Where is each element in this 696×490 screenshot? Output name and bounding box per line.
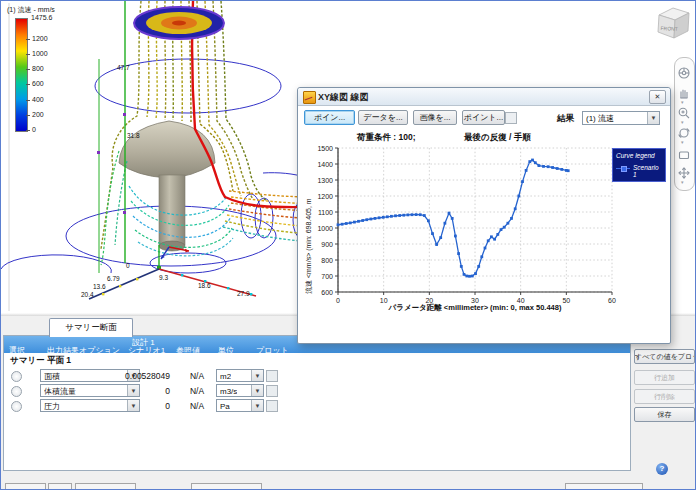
pan-hand-icon[interactable]	[677, 86, 691, 100]
cutoff-tab[interactable]	[191, 483, 262, 490]
curve-legend-title: Curve legend	[616, 152, 655, 159]
data-point	[374, 217, 377, 220]
svg-text:0: 0	[126, 262, 130, 269]
svg-text:1500: 1500	[317, 145, 333, 152]
row-plot-checkbox[interactable]	[266, 370, 278, 382]
col-reference-header: 参照値	[176, 345, 200, 356]
data-point	[451, 217, 454, 220]
steering-wheel-icon[interactable]	[677, 66, 691, 80]
row-select-radio[interactable]	[11, 386, 22, 397]
svg-text:1100: 1100	[318, 209, 333, 216]
viewcube-front-label[interactable]: FRONT	[660, 25, 678, 32]
chevron-down-icon[interactable]: ▾	[681, 140, 688, 144]
tab-summary-section[interactable]: サマリー断面	[49, 318, 133, 337]
row-select-radio[interactable]	[11, 401, 22, 412]
chevron-down-icon[interactable]: ▼	[647, 112, 659, 124]
data-point	[398, 214, 401, 217]
unit-dropdown[interactable]: m2▼	[216, 369, 264, 382]
svg-text:700: 700	[321, 273, 333, 280]
xy-toolbar-checkbox[interactable]	[505, 112, 517, 124]
data-point	[415, 213, 418, 216]
quantity-dropdown[interactable]: (1) 流速 ▼	[582, 111, 660, 125]
data-point	[337, 223, 340, 226]
data-point	[378, 216, 381, 219]
load-condition-text: 荷重条件 : 100;	[357, 132, 416, 144]
data-point	[496, 233, 499, 236]
data-point	[468, 275, 471, 278]
zoom-magnifier-icon[interactable]	[677, 106, 691, 120]
full-navigation-icon[interactable]	[677, 166, 691, 180]
data-point	[528, 160, 531, 163]
chevron-down-icon[interactable]: ▾	[681, 120, 688, 124]
image-export-button[interactable]: 画像を...	[413, 110, 457, 125]
add-row-button: 行追加	[634, 370, 695, 385]
cutoff-tab[interactable]	[75, 483, 136, 490]
svg-text:900: 900	[321, 241, 333, 248]
colorbar-max-label: 1475.6	[31, 14, 52, 21]
table-row: 体積流量▼0N/Am3/s▼	[4, 384, 630, 398]
data-point	[538, 164, 541, 167]
data-point	[407, 214, 410, 217]
unit-dropdown[interactable]: Pa▼	[216, 399, 264, 412]
data-point	[353, 221, 356, 224]
xy-plot-window[interactable]: XY線図 線図 ✕ 600700800900100011001200130014…	[297, 87, 671, 344]
data-point	[427, 219, 430, 222]
col-plot-header: プロット	[256, 345, 289, 356]
data-point	[419, 213, 422, 216]
chevron-down-icon[interactable]: ▼	[251, 400, 263, 411]
data-point	[487, 239, 490, 242]
svg-text:9.3: 9.3	[159, 274, 168, 281]
data-point	[411, 213, 414, 216]
y-axis-label: 流速 <mm/s> (min: 698.405, m	[304, 134, 314, 294]
chevron-down-icon[interactable]: ▼	[251, 385, 263, 396]
data-point	[567, 169, 570, 172]
data-point	[547, 165, 550, 168]
orbit-icon[interactable]	[677, 126, 691, 140]
save-button[interactable]: 保存	[634, 407, 695, 422]
plot-all-values-button[interactable]: すべての値をプロット	[634, 349, 695, 364]
row-plot-checkbox[interactable]	[266, 400, 278, 412]
chevron-down-icon[interactable]: ▼	[251, 370, 263, 381]
data-point	[402, 214, 405, 217]
cutoff-tab[interactable]	[48, 483, 72, 490]
data-point	[463, 273, 466, 276]
data-point	[457, 252, 460, 255]
point-options-button[interactable]: ポイント...	[462, 110, 505, 125]
viewcube[interactable]: FRONT	[649, 1, 695, 47]
svg-text:800: 800	[321, 257, 333, 264]
delete-row-button: 行削除	[634, 389, 695, 404]
data-point	[465, 275, 468, 278]
data-point	[507, 222, 510, 225]
help-icon[interactable]: ?	[656, 463, 668, 475]
data-point	[493, 238, 496, 241]
summary-group-label: サマリー 平面 1	[10, 355, 71, 367]
cutoff-tab[interactable]	[565, 483, 643, 490]
look-at-icon[interactable]	[677, 148, 691, 162]
data-point	[556, 167, 559, 170]
data-point	[521, 180, 524, 183]
data-point	[444, 222, 447, 225]
row-select-radio[interactable]	[11, 371, 22, 382]
col-scenario-header: シナリオ1	[128, 345, 165, 356]
summary-table: 設計 1選択出力結果オプションシナリオ1参照値単位プロット サマリー 平面 1 …	[3, 335, 631, 471]
data-point	[534, 161, 537, 164]
data-point	[448, 212, 451, 215]
points-button[interactable]: ポイン...	[304, 110, 355, 125]
data-export-button[interactable]: データを...	[358, 110, 408, 125]
unit-dropdown[interactable]: m3/s▼	[216, 384, 264, 397]
cutoff-tab[interactable]	[5, 483, 46, 490]
data-point	[349, 222, 352, 225]
data-point	[503, 226, 506, 229]
data-point	[341, 223, 344, 226]
row-plot-checkbox[interactable]	[266, 385, 278, 397]
chevron-down-icon[interactable]: ▾	[681, 180, 688, 184]
col-unit-header: 単位	[218, 345, 234, 356]
chevron-down-icon[interactable]: ▾	[681, 100, 688, 104]
data-point	[510, 217, 513, 220]
row-value: 0.00528049	[122, 371, 170, 381]
data-point	[390, 215, 393, 218]
svg-text:47.7: 47.7	[117, 64, 130, 71]
svg-text:27.9: 27.9	[237, 290, 250, 297]
quantity-label: 結果	[557, 113, 574, 125]
navigation-bar[interactable]: ▾▾▾▾	[674, 57, 695, 191]
